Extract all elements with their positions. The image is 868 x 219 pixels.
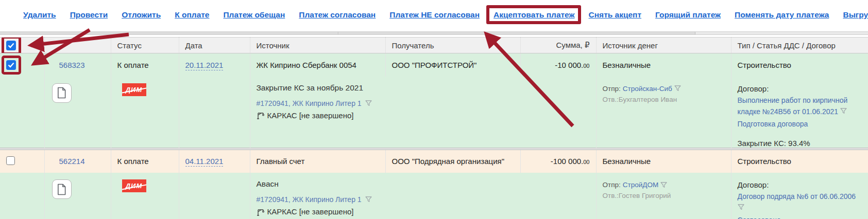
object-link[interactable]: #1720941, ЖК Киприно Литер 1 <box>257 99 362 107</box>
payment-type: Строительство <box>731 150 868 173</box>
payment-status: К оплате <box>111 150 179 173</box>
contract-label: Договор: <box>738 179 868 191</box>
row-select-cell <box>0 53 44 77</box>
action-export-xls[interactable]: Выгрузить в XLS <box>843 10 868 20</box>
payments-table: Статус Дата Источник Получатель Сумма, ₽… <box>0 37 868 219</box>
row-select-cell <box>0 150 44 173</box>
header-source: Источник <box>250 38 385 53</box>
select-all-checkbox[interactable] <box>6 41 16 50</box>
action-payment-agreed[interactable]: Платеж согласован <box>299 10 376 20</box>
filter-icon[interactable] <box>660 182 667 188</box>
filter-icon[interactable] <box>738 204 744 210</box>
header-number <box>44 38 111 53</box>
document-icon <box>57 87 66 99</box>
sender-link[interactable]: Стройскан-Сиб <box>623 83 672 94</box>
payment-money-source: Безналичные <box>596 53 731 77</box>
payment-type: Строительство <box>731 53 868 77</box>
sender-link[interactable]: СтройДОМ <box>623 179 658 190</box>
crane-icon <box>257 208 265 216</box>
payment-amount: -10 000.00 <box>520 53 596 77</box>
header-type: Тип / Статья ДДС / Договор <box>731 38 868 53</box>
payment-row-562214: 562214 К оплате 04.11.2021 Главный счет … <box>0 150 868 173</box>
payment-id-link[interactable]: 568323 <box>59 61 85 69</box>
action-payment-promised[interactable]: Платеж обещан <box>223 10 285 20</box>
payment-source: ЖК Киприно Сбербанк 0054 <box>250 53 385 77</box>
header-date: Дата <box>179 38 250 53</box>
payment-row-568323: 568323 К оплате 20.11.2021 ЖК Киприно Сб… <box>0 53 868 77</box>
select-all-annotation-box <box>6 41 16 50</box>
checkmark-icon <box>8 43 14 48</box>
details-empty-cell <box>179 173 250 219</box>
action-accept-payment[interactable]: Акцептовать платеж <box>493 10 575 20</box>
document-icon <box>57 184 66 195</box>
action-delete[interactable]: Удалить <box>23 10 56 20</box>
details-empty-cell <box>0 77 44 148</box>
payment-date-link[interactable]: 20.11.2021 <box>185 61 224 70</box>
action-to-pay[interactable]: К оплате <box>175 10 209 20</box>
contract-link[interactable]: Договор подряда №6 от 06.06.2006 <box>738 192 856 200</box>
filter-icon[interactable] <box>840 108 847 114</box>
row-checkbox[interactable] <box>6 60 16 70</box>
action-change-payment-date[interactable]: Поменять дату платежа <box>735 10 829 20</box>
payment-source: Главный счет <box>250 150 385 173</box>
responsible-label: Отв.:Гостев Григорий <box>603 190 731 201</box>
payment-description: Авасн <box>257 179 596 189</box>
horizontal-scrollbar[interactable] <box>0 31 868 35</box>
scrollbar-thumb[interactable] <box>339 32 695 34</box>
header-recipient: Получатель <box>385 38 520 53</box>
document-button[interactable] <box>52 179 72 199</box>
responsible-label: Отв.:Бухгалтеров Иван <box>603 94 731 105</box>
payment-details-row-568323: ДИМ Закрытие КС за ноябрь 2021 #1720941,… <box>0 77 868 148</box>
payment-recipient: ООО "ПРОФИТСТРОЙ" <box>385 53 520 77</box>
contract-label: Договор: <box>738 83 868 95</box>
payment-details-row-562214: ДИМ Авасн #1720941, ЖК Киприно Литер 1 К… <box>0 173 868 219</box>
sender-label: Отпр: <box>603 179 621 190</box>
row1-annotation-box <box>6 60 16 70</box>
filter-icon[interactable] <box>365 196 372 203</box>
filter-icon[interactable] <box>365 100 372 106</box>
filter-icon[interactable] <box>674 85 681 92</box>
stage-label: КАРКАС [не завершено] <box>267 207 354 216</box>
contract-status-link[interactable]: Согласовано <box>738 216 781 219</box>
action-post[interactable]: Провести <box>70 10 108 20</box>
payment-status: К оплате <box>111 53 179 77</box>
header-money-source: Источник денег <box>596 38 731 53</box>
action-remove-accept[interactable]: Снять акцепт <box>589 10 642 20</box>
table-header-row: Статус Дата Источник Получатель Сумма, ₽… <box>0 38 868 53</box>
payment-date-link[interactable]: 04.11.2021 <box>185 157 224 167</box>
header-select-all-cell <box>0 38 44 53</box>
checkmark-icon <box>8 62 14 68</box>
document-button[interactable] <box>52 83 72 103</box>
details-empty-cell <box>179 77 250 148</box>
stage-label: КАРКАС [не завершено] <box>267 111 354 120</box>
actions-toolbar: Удалить Провести Отложить К оплате Плате… <box>0 0 868 30</box>
contract-link[interactable]: Выполнение работ по кирпичной кладке №24… <box>738 96 848 116</box>
scrollbar-thumb[interactable] <box>0 32 338 34</box>
dim-badge: ДИМ <box>122 83 146 96</box>
action-urgent-payment[interactable]: Горящий платеж <box>655 10 721 20</box>
payments-page: Удалить Провести Отложить К оплате Плате… <box>0 0 868 219</box>
details-empty-cell <box>0 173 44 219</box>
action-postpone[interactable]: Отложить <box>122 10 161 20</box>
payment-id-link[interactable]: 562214 <box>59 157 85 166</box>
payment-amount: -100 000.00 <box>520 150 596 173</box>
payment-money-source: Безналичные <box>596 150 731 173</box>
crane-icon <box>257 111 265 119</box>
payment-recipient: ООО "Подрядная организация" <box>385 150 520 173</box>
contract-status-link[interactable]: Подготовка договора <box>738 120 808 128</box>
action-payment-not-agreed[interactable]: Платеж НЕ согласован <box>389 10 480 20</box>
closing-percent: Закрытие КС: 93.4% <box>738 139 868 148</box>
row-checkbox[interactable] <box>6 156 15 165</box>
dim-badge: ДИМ <box>122 179 146 192</box>
sender-label: Отпр: <box>603 83 621 94</box>
payment-description: Закрытие КС за ноябрь 2021 <box>257 83 596 93</box>
header-amount: Сумма, ₽ <box>520 38 596 53</box>
header-status: Статус <box>111 38 179 53</box>
object-link[interactable]: #1720941, ЖК Киприно Литер 1 <box>257 195 362 204</box>
